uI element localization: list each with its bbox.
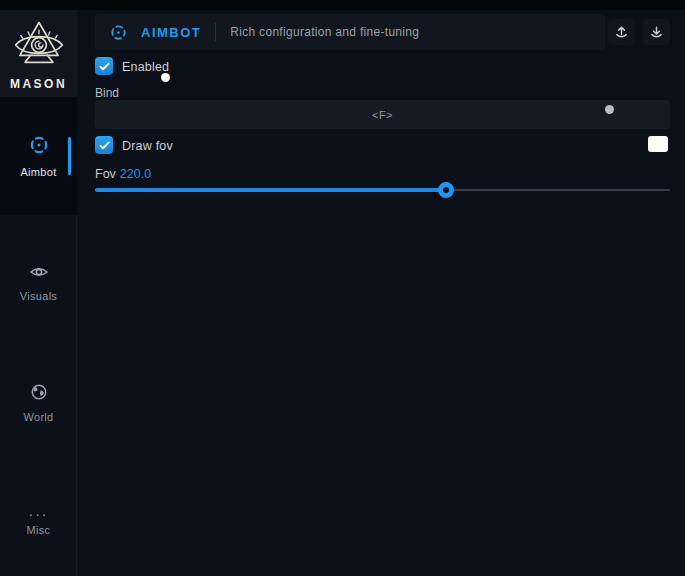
enabled-checkbox[interactable] [95,57,113,75]
draw-fov-label: Draw fov [122,139,173,153]
crosshair-icon [109,23,128,42]
sidebar-item-misc[interactable]: ··· Misc [0,498,77,548]
page-title: AIMBOT [141,25,201,40]
draw-fov-checkbox[interactable] [95,136,113,154]
fov-label: Fov220.0 [95,167,151,181]
drag-dot [605,105,614,114]
sidebar-item-visuals[interactable]: Visuals [0,258,77,308]
fov-slider-thumb[interactable] [438,182,454,198]
mason-logo-icon [8,19,70,75]
sidebar-item-label: World [23,411,53,423]
sidebar-item-world[interactable]: World [0,378,77,428]
brand-name: MASON [10,77,67,91]
fov-label-text: Fov [95,167,116,181]
fov-slider[interactable] [95,183,670,197]
enabled-label: Enabled [122,60,169,74]
eye-icon [29,264,49,284]
window-top-strip [0,0,685,10]
fov-color-swatch[interactable] [648,136,668,152]
download-config-button[interactable] [643,19,670,45]
sidebar-item-aimbot[interactable]: Aimbot [0,97,77,215]
crosshair-icon [28,134,50,160]
mason-window: MASON Aimbot Visuals [0,0,685,576]
bind-value: <F> [372,109,393,121]
sidebar: MASON Aimbot Visuals [0,10,77,576]
sidebar-item-label: Visuals [20,290,57,302]
check-icon [99,141,110,150]
brand: MASON [0,10,77,97]
check-icon [99,62,110,71]
page-subtitle: Rich configuration and fine-tuning [230,25,419,39]
header-bar: AIMBOT Rich configuration and fine-tunin… [95,14,605,50]
selected-indicator [68,137,71,175]
bind-label: Bind [95,86,119,100]
globe-icon [30,383,48,405]
fov-slider-fill [95,188,446,192]
ellipsis-icon: ··· [29,510,49,518]
download-icon [648,24,665,41]
fov-value: 220.0 [120,167,151,181]
upload-icon [613,24,630,41]
sidebar-item-label: Aimbot [20,166,56,178]
cursor-dot [161,73,170,82]
bind-input[interactable]: <F> [95,100,670,129]
header-divider [215,23,216,41]
upload-config-button[interactable] [608,19,635,45]
sidebar-item-label: Misc [27,524,51,536]
